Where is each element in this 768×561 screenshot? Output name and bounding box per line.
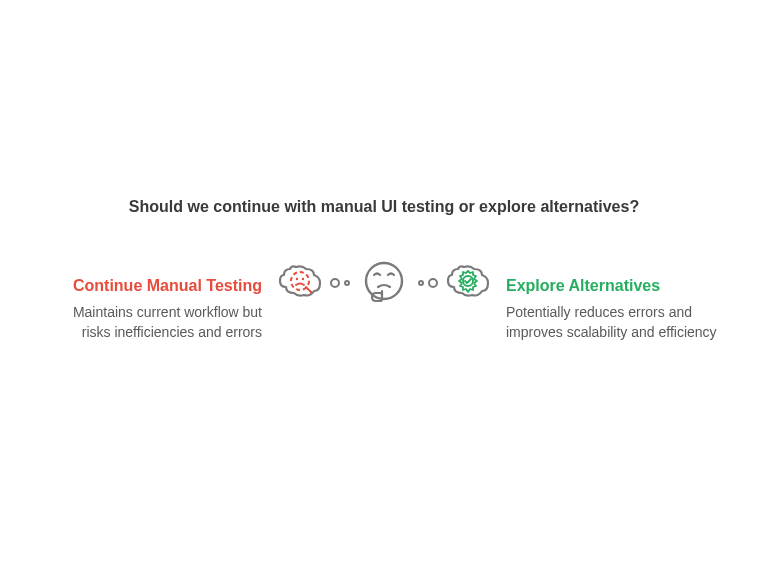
left-dots-icon <box>330 278 350 288</box>
right-option-desc: Potentially reduces errors and improves … <box>506 303 723 342</box>
left-option: Continue Manual Testing Maintains curren… <box>45 255 270 342</box>
icon-strip <box>270 255 498 311</box>
svg-point-1 <box>296 278 298 280</box>
svg-point-3 <box>310 291 312 293</box>
options-row: Continue Manual Testing Maintains curren… <box>0 255 768 342</box>
question-heading: Should we continue with manual UI testin… <box>0 196 768 218</box>
right-dots-icon <box>418 278 438 288</box>
svg-point-2 <box>302 278 304 280</box>
left-option-desc: Maintains current workflow but risks ine… <box>45 303 262 342</box>
left-option-title: Continue Manual Testing <box>45 277 262 295</box>
right-option: Explore Alternatives Potentially reduces… <box>498 255 723 342</box>
right-option-title: Explore Alternatives <box>506 277 723 295</box>
right-thought-bubble-icon <box>444 259 492 307</box>
thinking-face-icon <box>356 255 412 311</box>
left-thought-bubble-icon <box>276 259 324 307</box>
svg-point-4 <box>366 263 402 299</box>
